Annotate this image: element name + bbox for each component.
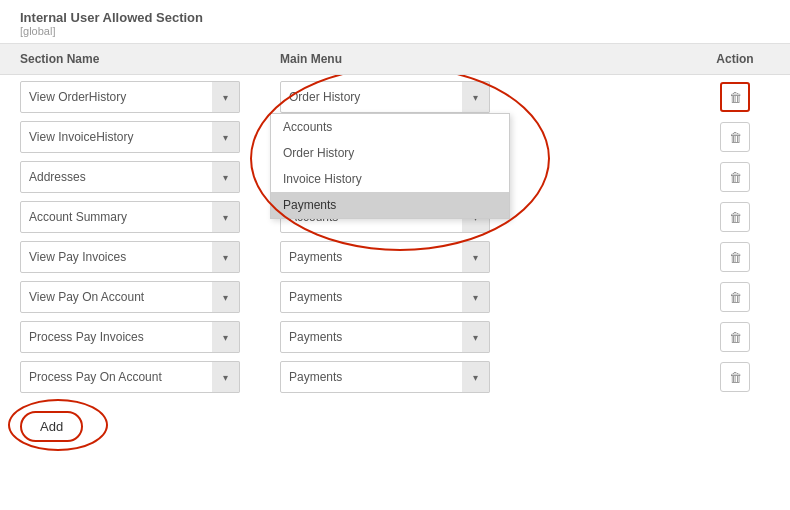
delete-btn-8[interactable]: 🗑 (720, 362, 750, 392)
delete-btn-4[interactable]: 🗑 (720, 202, 750, 232)
section-col-5: View Pay Invoices ▾ (20, 241, 270, 273)
add-button[interactable]: Add (20, 411, 83, 442)
delete-btn-6[interactable]: 🗑 (720, 282, 750, 312)
action-col-1: 🗑 (700, 82, 770, 112)
table-row: Process Pay On Account ▾ Payments ▾ 🗑 (20, 361, 770, 393)
action-col-3: 🗑 (700, 162, 770, 192)
table-row: View Pay On Account ▾ Payments ▾ 🗑 (20, 281, 770, 313)
delete-btn-1[interactable]: 🗑 (720, 82, 750, 112)
menu-select-wrapper-8: Payments ▾ (280, 361, 490, 393)
menu-col-7: Payments ▾ (270, 321, 700, 353)
action-col-2: 🗑 (700, 122, 770, 152)
menu-select-wrapper-7: Payments ▾ (280, 321, 490, 353)
section-select-7[interactable]: Process Pay Invoices (20, 321, 240, 353)
section-select-wrapper-2: View InvoiceHistory ▾ (20, 121, 240, 153)
menu-select-8[interactable]: Payments (280, 361, 490, 393)
menu-col-6: Payments ▾ (270, 281, 700, 313)
section-col-3: Addresses ▾ (20, 161, 270, 193)
section-select-wrapper-6: View Pay On Account ▾ (20, 281, 240, 313)
menu-select-wrapper-5: Payments ▾ (280, 241, 490, 273)
section-select-wrapper-1: View OrderHistory ▾ (20, 81, 240, 113)
col-header-section: Section Name (20, 52, 270, 66)
section-col-4: Account Summary ▾ (20, 201, 270, 233)
page-subtitle: [global] (20, 25, 770, 37)
section-select-5[interactable]: View Pay Invoices (20, 241, 240, 273)
action-col-8: 🗑 (700, 362, 770, 392)
section-select-wrapper-3: Addresses ▾ (20, 161, 240, 193)
section-select-wrapper-8: Process Pay On Account ▾ (20, 361, 240, 393)
table-row: Process Pay Invoices ▾ Payments ▾ 🗑 (20, 321, 770, 353)
menu-col-5: Payments ▾ (270, 241, 700, 273)
section-select-1[interactable]: View OrderHistory (20, 81, 240, 113)
drop-item-payments[interactable]: Payments (271, 192, 509, 218)
delete-btn-5[interactable]: 🗑 (720, 242, 750, 272)
section-select-wrapper-5: View Pay Invoices ▾ (20, 241, 240, 273)
menu-select-6[interactable]: Payments (280, 281, 490, 313)
menu-select-wrapper-1: Order History ▾ (280, 81, 490, 113)
action-col-4: 🗑 (700, 202, 770, 232)
delete-btn-3[interactable]: 🗑 (720, 162, 750, 192)
section-col-8: Process Pay On Account ▾ (20, 361, 270, 393)
section-select-6[interactable]: View Pay On Account (20, 281, 240, 313)
section-select-2[interactable]: View InvoiceHistory (20, 121, 240, 153)
table-header: Section Name Main Menu Action (0, 44, 790, 75)
section-select-3[interactable]: Addresses (20, 161, 240, 193)
section-col-7: Process Pay Invoices ▾ (20, 321, 270, 353)
menu-col-8: Payments ▾ (270, 361, 700, 393)
section-col-1: View OrderHistory ▾ (20, 81, 270, 113)
table-row: View Pay Invoices ▾ Payments ▾ 🗑 (20, 241, 770, 273)
action-col-6: 🗑 (700, 282, 770, 312)
add-btn-wrapper: Add (20, 407, 83, 442)
section-col-2: View InvoiceHistory ▾ (20, 121, 270, 153)
action-col-5: 🗑 (700, 242, 770, 272)
col-header-menu: Main Menu (270, 52, 700, 66)
delete-btn-2[interactable]: 🗑 (720, 122, 750, 152)
drop-item-invoice-history[interactable]: Invoice History (271, 166, 509, 192)
delete-btn-7[interactable]: 🗑 (720, 322, 750, 352)
header-section: Internal User Allowed Section [global] (0, 0, 790, 44)
menu-select-1[interactable]: Order History (280, 81, 490, 113)
drop-item-accounts[interactable]: Accounts (271, 114, 509, 140)
section-select-wrapper-4: Account Summary ▾ (20, 201, 240, 233)
rows-container: View OrderHistory ▾ Order History ▾ Acco… (0, 75, 790, 485)
section-select-4[interactable]: Account Summary (20, 201, 240, 233)
menu-select-5[interactable]: Payments (280, 241, 490, 273)
menu-select-7[interactable]: Payments (280, 321, 490, 353)
add-button-row: Add (20, 401, 770, 452)
menu-select-wrapper-6: Payments ▾ (280, 281, 490, 313)
dropdown-overlay-1: Accounts Order History Invoice History P… (270, 113, 510, 219)
section-select-8[interactable]: Process Pay On Account (20, 361, 240, 393)
table-row: View OrderHistory ▾ Order History ▾ Acco… (20, 81, 770, 113)
drop-item-order-history[interactable]: Order History (271, 140, 509, 166)
action-col-7: 🗑 (700, 322, 770, 352)
page-title: Internal User Allowed Section (20, 10, 770, 25)
col-header-action: Action (700, 52, 770, 66)
section-col-6: View Pay On Account ▾ (20, 281, 270, 313)
page-container: Internal User Allowed Section [global] S… (0, 0, 790, 510)
menu-col-1: Order History ▾ Accounts Order History I… (270, 81, 700, 113)
section-select-wrapper-7: Process Pay Invoices ▾ (20, 321, 240, 353)
